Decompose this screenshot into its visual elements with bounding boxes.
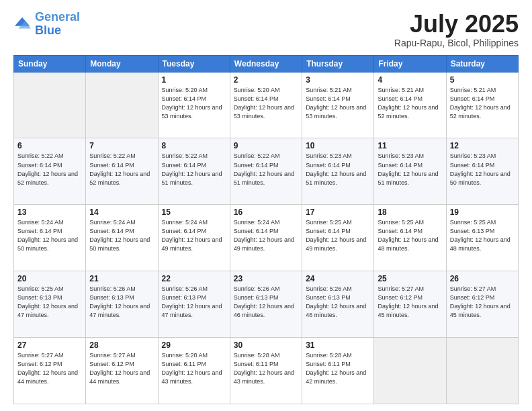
day-info: Sunrise: 5:25 AMSunset: 6:13 PMDaylight:…: [17, 285, 82, 320]
calendar-week-row: 13Sunrise: 5:24 AMSunset: 6:14 PMDayligh…: [14, 205, 519, 271]
calendar-day-cell: 6Sunrise: 5:22 AMSunset: 6:14 PMDaylight…: [14, 138, 86, 205]
day-number: 11: [378, 141, 442, 150]
calendar-day-cell: 13Sunrise: 5:24 AMSunset: 6:14 PMDayligh…: [14, 205, 86, 271]
calendar-week-row: 6Sunrise: 5:22 AMSunset: 6:14 PMDaylight…: [14, 138, 519, 205]
day-info: Sunrise: 5:24 AMSunset: 6:14 PMDaylight:…: [162, 218, 226, 253]
day-info: Sunrise: 5:27 AMSunset: 6:12 PMDaylight:…: [17, 351, 82, 386]
day-number: 4: [378, 75, 442, 85]
day-number: 22: [162, 274, 226, 283]
calendar-day-cell: [86, 72, 158, 138]
weekday-header: Sunday: [14, 55, 86, 72]
calendar-day-cell: [374, 338, 446, 404]
day-info: Sunrise: 5:26 AMSunset: 6:13 PMDaylight:…: [89, 285, 154, 320]
calendar-day-cell: 10Sunrise: 5:23 AMSunset: 6:14 PMDayligh…: [302, 138, 374, 205]
day-info: Sunrise: 5:25 AMSunset: 6:14 PMDaylight:…: [306, 218, 370, 253]
day-number: 20: [17, 274, 82, 283]
calendar-day-cell: 15Sunrise: 5:24 AMSunset: 6:14 PMDayligh…: [158, 205, 230, 271]
day-number: 15: [162, 208, 226, 217]
day-number: 14: [89, 208, 154, 217]
calendar-header-row: SundayMondayTuesdayWednesdayThursdayFrid…: [14, 55, 519, 72]
calendar-day-cell: 25Sunrise: 5:27 AMSunset: 6:12 PMDayligh…: [374, 271, 446, 338]
day-info: Sunrise: 5:26 AMSunset: 6:13 PMDaylight:…: [306, 285, 370, 320]
calendar-day-cell: 4Sunrise: 5:21 AMSunset: 6:14 PMDaylight…: [374, 72, 446, 138]
day-number: 5: [450, 75, 515, 85]
day-info: Sunrise: 5:28 AMSunset: 6:11 PMDaylight:…: [306, 351, 370, 386]
day-info: Sunrise: 5:23 AMSunset: 6:14 PMDaylight:…: [450, 152, 515, 187]
day-info: Sunrise: 5:26 AMSunset: 6:13 PMDaylight:…: [234, 285, 298, 320]
day-info: Sunrise: 5:25 AMSunset: 6:13 PMDaylight:…: [450, 218, 515, 253]
header: General Blue July 2025 Rapu-Rapu, Bicol,…: [13, 11, 519, 48]
calendar-day-cell: 19Sunrise: 5:25 AMSunset: 6:13 PMDayligh…: [446, 205, 518, 271]
day-number: 21: [89, 274, 154, 283]
calendar-day-cell: 8Sunrise: 5:22 AMSunset: 6:14 PMDaylight…: [158, 138, 230, 205]
day-info: Sunrise: 5:28 AMSunset: 6:11 PMDaylight:…: [162, 351, 226, 386]
calendar-day-cell: 26Sunrise: 5:27 AMSunset: 6:12 PMDayligh…: [446, 271, 518, 338]
logo: General Blue: [13, 11, 80, 38]
day-info: Sunrise: 5:27 AMSunset: 6:12 PMDaylight:…: [450, 285, 515, 320]
location: Rapu-Rapu, Bicol, Philippines: [394, 38, 519, 48]
calendar-day-cell: 2Sunrise: 5:20 AMSunset: 6:14 PMDaylight…: [230, 72, 302, 138]
weekday-header: Monday: [86, 55, 158, 72]
day-info: Sunrise: 5:27 AMSunset: 6:12 PMDaylight:…: [378, 285, 442, 320]
calendar-day-cell: 22Sunrise: 5:26 AMSunset: 6:13 PMDayligh…: [158, 271, 230, 338]
day-info: Sunrise: 5:22 AMSunset: 6:14 PMDaylight:…: [234, 152, 298, 187]
day-number: 12: [450, 141, 515, 150]
calendar-table: SundayMondayTuesdayWednesdayThursdayFrid…: [13, 55, 519, 404]
day-number: 30: [234, 340, 298, 350]
day-number: 7: [89, 141, 154, 150]
calendar-day-cell: 23Sunrise: 5:26 AMSunset: 6:13 PMDayligh…: [230, 271, 302, 338]
day-number: 29: [162, 340, 226, 350]
page: General Blue July 2025 Rapu-Rapu, Bicol,…: [0, 0, 532, 411]
day-number: 27: [17, 340, 82, 350]
calendar-day-cell: 21Sunrise: 5:26 AMSunset: 6:13 PMDayligh…: [86, 271, 158, 338]
day-info: Sunrise: 5:23 AMSunset: 6:14 PMDaylight:…: [306, 152, 370, 187]
day-info: Sunrise: 5:22 AMSunset: 6:14 PMDaylight:…: [89, 152, 154, 187]
calendar-day-cell: [14, 72, 86, 138]
day-number: 25: [378, 274, 442, 283]
weekday-header: Saturday: [446, 55, 518, 72]
weekday-header: Wednesday: [230, 55, 302, 72]
weekday-header: Friday: [374, 55, 446, 72]
calendar-day-cell: 27Sunrise: 5:27 AMSunset: 6:12 PMDayligh…: [14, 338, 86, 404]
day-number: 17: [306, 208, 370, 217]
logo-line2: Blue: [35, 24, 61, 37]
weekday-header: Thursday: [302, 55, 374, 72]
calendar-day-cell: 20Sunrise: 5:25 AMSunset: 6:13 PMDayligh…: [14, 271, 86, 338]
calendar-day-cell: 3Sunrise: 5:21 AMSunset: 6:14 PMDaylight…: [302, 72, 374, 138]
day-info: Sunrise: 5:20 AMSunset: 6:14 PMDaylight:…: [234, 86, 298, 121]
calendar-day-cell: 18Sunrise: 5:25 AMSunset: 6:14 PMDayligh…: [374, 205, 446, 271]
calendar-day-cell: 14Sunrise: 5:24 AMSunset: 6:14 PMDayligh…: [86, 205, 158, 271]
calendar-day-cell: 7Sunrise: 5:22 AMSunset: 6:14 PMDaylight…: [86, 138, 158, 205]
day-info: Sunrise: 5:27 AMSunset: 6:12 PMDaylight:…: [89, 351, 154, 386]
day-number: 18: [378, 208, 442, 217]
day-info: Sunrise: 5:20 AMSunset: 6:14 PMDaylight:…: [162, 86, 226, 121]
logo-icon: [13, 15, 32, 34]
day-number: 10: [306, 141, 370, 150]
day-number: 23: [234, 274, 298, 283]
day-number: 9: [234, 141, 298, 150]
calendar-day-cell: 30Sunrise: 5:28 AMSunset: 6:11 PMDayligh…: [230, 338, 302, 404]
calendar-day-cell: 1Sunrise: 5:20 AMSunset: 6:14 PMDaylight…: [158, 72, 230, 138]
calendar-day-cell: 28Sunrise: 5:27 AMSunset: 6:12 PMDayligh…: [86, 338, 158, 404]
calendar-day-cell: 24Sunrise: 5:26 AMSunset: 6:13 PMDayligh…: [302, 271, 374, 338]
day-number: 31: [306, 340, 370, 350]
calendar-day-cell: 5Sunrise: 5:21 AMSunset: 6:14 PMDaylight…: [446, 72, 518, 138]
day-number: 6: [17, 141, 82, 150]
day-info: Sunrise: 5:21 AMSunset: 6:14 PMDaylight:…: [450, 86, 515, 121]
calendar-day-cell: 9Sunrise: 5:22 AMSunset: 6:14 PMDaylight…: [230, 138, 302, 205]
day-number: 26: [450, 274, 515, 283]
day-info: Sunrise: 5:23 AMSunset: 6:14 PMDaylight:…: [378, 152, 442, 187]
calendar-week-row: 1Sunrise: 5:20 AMSunset: 6:14 PMDaylight…: [14, 72, 519, 138]
day-number: 19: [450, 208, 515, 217]
day-number: 8: [162, 141, 226, 150]
calendar-day-cell: 31Sunrise: 5:28 AMSunset: 6:11 PMDayligh…: [302, 338, 374, 404]
day-info: Sunrise: 5:26 AMSunset: 6:13 PMDaylight:…: [162, 285, 226, 320]
logo-text: General Blue: [35, 11, 80, 38]
calendar-day-cell: 29Sunrise: 5:28 AMSunset: 6:11 PMDayligh…: [158, 338, 230, 404]
calendar-week-row: 20Sunrise: 5:25 AMSunset: 6:13 PMDayligh…: [14, 271, 519, 338]
day-info: Sunrise: 5:22 AMSunset: 6:14 PMDaylight:…: [162, 152, 226, 187]
calendar-day-cell: 17Sunrise: 5:25 AMSunset: 6:14 PMDayligh…: [302, 205, 374, 271]
title-block: July 2025 Rapu-Rapu, Bicol, Philippines: [394, 11, 519, 48]
day-info: Sunrise: 5:21 AMSunset: 6:14 PMDaylight:…: [378, 86, 442, 121]
day-info: Sunrise: 5:21 AMSunset: 6:14 PMDaylight:…: [306, 86, 370, 121]
